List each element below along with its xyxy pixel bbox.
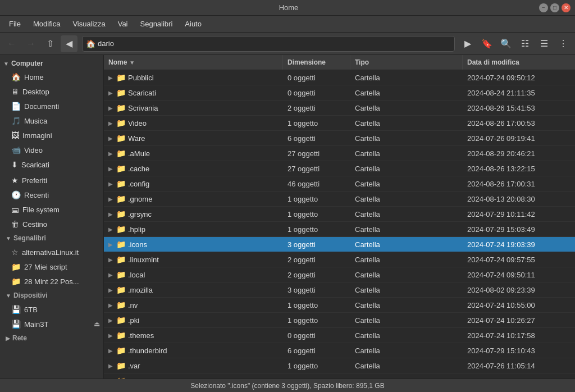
- file-modified: 2024-08-26 17:00:31: [463, 177, 575, 191]
- sidebar-section-segnalibri-header[interactable]: ▼ Segnalibri: [0, 231, 103, 245]
- table-row[interactable]: ▶ 📁 Ware 6 oggetti Cartella 2024-07-26 0…: [104, 131, 575, 146]
- file-size: 2 oggetti: [283, 253, 350, 267]
- table-row[interactable]: ▶ 📁 .gnome 1 oggetto Cartella 2024-08-13…: [104, 192, 575, 207]
- table-row[interactable]: ▶ 📁 .cache 27 oggetti Cartella 2024-08-2…: [104, 161, 575, 176]
- sidebar-item-label: Recenti: [24, 191, 49, 199]
- sidebar-item-documents[interactable]: 📄 Documenti: [0, 99, 103, 113]
- menu-modifica[interactable]: Modifica: [28, 17, 66, 30]
- file-size: 0 oggetti: [283, 71, 350, 85]
- table-row[interactable]: ▶ 📁 Scrivania 2 oggetti Cartella 2024-08…: [104, 101, 575, 116]
- file-name: .aMule: [128, 149, 150, 158]
- star-icon: ★: [11, 176, 19, 185]
- sidebar-item-main3t[interactable]: 💾 Main3T ⏏: [0, 317, 103, 331]
- expand-icon: ▶: [108, 75, 114, 81]
- table-row[interactable]: ▶ 📁 .hplip 1 oggetto Cartella 2024-07-29…: [104, 222, 575, 237]
- back-button[interactable]: ←: [3, 35, 20, 52]
- nav-left-button[interactable]: ◀: [61, 35, 77, 52]
- table-row[interactable]: ▶ 📁 Scaricati 0 oggetti Cartella 2024-08…: [104, 85, 575, 101]
- grid-view-button[interactable]: ☷: [517, 35, 533, 52]
- expand-icon: ▶: [108, 332, 114, 339]
- folder-icon: 📁: [116, 88, 126, 97]
- col-modified[interactable]: Data di modifica: [463, 55, 575, 70]
- clock-icon: 🕐: [11, 190, 21, 199]
- table-row[interactable]: ▶ 📁 Video 1 oggetto Cartella 2024-08-26 …: [104, 116, 575, 131]
- file-type: Cartella: [350, 177, 463, 191]
- file-modified: 2024-08-24 21:11:35: [463, 86, 575, 100]
- sidebar-item-images[interactable]: 🖼 Immagini: [0, 128, 103, 143]
- file-modified: 2024-07-24 09:57:55: [463, 253, 575, 267]
- menu-file[interactable]: File: [3, 17, 26, 30]
- table-row[interactable]: ▶ 📁 .config 46 oggetti Cartella 2024-08-…: [104, 176, 575, 192]
- file-size: 27 oggetti: [283, 162, 350, 176]
- folder-icon: 📁: [116, 149, 126, 158]
- more-options-button[interactable]: ⋮: [555, 35, 572, 52]
- main-area: ▼ Computer 🏠 Home 🖥 Desktop 📄 Documenti …: [0, 55, 575, 379]
- sidebar-item-music[interactable]: 🎵 Musica: [0, 113, 103, 128]
- sidebar-item-miei-script[interactable]: 📁 27 Miei script: [0, 259, 103, 274]
- menu-aiuto[interactable]: Aiuto: [179, 17, 207, 30]
- table-row[interactable]: ▶ 📁 .var 1 oggetto Cartella 2024-07-26 1…: [104, 358, 575, 373]
- forward-button[interactable]: →: [22, 35, 39, 52]
- sidebar-item-desktop[interactable]: 🖥 Desktop: [0, 84, 103, 99]
- sidebar-item-home[interactable]: 🏠 Home: [0, 70, 103, 84]
- trash-icon: 🗑: [11, 220, 19, 229]
- sidebar-item-alternativaLinux[interactable]: ☆ alternativaLinux.it: [0, 245, 103, 259]
- table-row[interactable]: ▶ 📁 Pubblici 0 oggetti Cartella 2024-07-…: [104, 70, 575, 85]
- expand-icon: ▶: [108, 317, 114, 323]
- sidebar-item-downloads[interactable]: ⬇ Scaricati: [0, 157, 103, 172]
- sidebar-item-recenti[interactable]: 🕐 Recenti: [0, 188, 103, 202]
- table-row[interactable]: ▶ 📁 .grsync 1 oggetto Cartella 2024-07-2…: [104, 207, 575, 222]
- expand-icon: ▶: [108, 272, 114, 278]
- expand-icon: ▶: [108, 90, 114, 96]
- maximize-button[interactable]: □: [550, 3, 559, 12]
- sidebar-item-cestino[interactable]: 🗑 Cestino: [0, 217, 103, 231]
- table-row[interactable]: ▶ 📁 .nv 1 oggetto Cartella 2024-07-24 10…: [104, 298, 575, 313]
- folder-icon: 📁: [116, 331, 126, 340]
- eject-icon[interactable]: ⏏: [94, 320, 100, 328]
- sidebar-item-video[interactable]: 📹 Video: [0, 143, 103, 157]
- folder-icon: 📁: [116, 164, 126, 173]
- table-row[interactable]: ▶ 📁 .vscode-oss 2 oggetti Cartella 2024-…: [104, 373, 575, 379]
- col-nome[interactable]: Nome ▼: [104, 55, 283, 70]
- file-name-cell: ▶ 📁 .thunderbird: [104, 343, 283, 358]
- breadcrumb[interactable]: 🏠 dario: [82, 36, 455, 52]
- file-name-cell: ▶ 📁 .nv: [104, 298, 283, 312]
- sidebar-item-label: Documenti: [24, 102, 59, 111]
- table-row[interactable]: ▶ 📁 .mozilla 3 oggetti Cartella 2024-08-…: [104, 282, 575, 298]
- file-name: .thunderbird: [128, 347, 167, 355]
- sidebar-item-mint22[interactable]: 📁 28 Mint 22 Pos...: [0, 274, 103, 289]
- bookmark-icon: ☆: [11, 248, 19, 257]
- table-row[interactable]: ▶ 📁 .aMule 27 oggetti Cartella 2024-08-2…: [104, 146, 575, 161]
- menu-segnalibri[interactable]: Segnalibri: [135, 17, 179, 30]
- col-dimensione[interactable]: Dimensione: [283, 55, 350, 70]
- sidebar-item-preferiti[interactable]: ★ Preferiti: [0, 173, 103, 188]
- search-button[interactable]: 🔍: [498, 35, 514, 52]
- table-row[interactable]: ▶ 📁 .icons 3 oggetti Cartella 2024-07-24…: [104, 237, 575, 252]
- sidebar-item-label: Cestino: [22, 220, 47, 229]
- bookmark-icon-button[interactable]: 🔖: [478, 35, 495, 52]
- sidebar-section-rete-header[interactable]: ▶ Rete: [0, 331, 103, 345]
- table-row[interactable]: ▶ 📁 .linuxmint 2 oggetti Cartella 2024-0…: [104, 252, 575, 267]
- expand-icon: ▶: [108, 166, 114, 172]
- nav-right-button[interactable]: ▶: [459, 35, 476, 52]
- list-view-button[interactable]: ☰: [536, 35, 553, 52]
- expand-icon: ▶: [108, 105, 114, 111]
- sidebar-section-dispositivi-header[interactable]: ▼ Dispositivi: [0, 289, 103, 302]
- menu-visualizza[interactable]: Visualizza: [67, 17, 111, 30]
- file-size: 2 oggetti: [283, 374, 350, 379]
- close-button[interactable]: ✕: [562, 3, 571, 12]
- table-row[interactable]: ▶ 📁 .themes 0 oggetti Cartella 2024-07-2…: [104, 328, 575, 343]
- sidebar-section-computer-header[interactable]: ▼ Computer: [0, 57, 103, 70]
- table-row[interactable]: ▶ 📁 .pki 1 oggetto Cartella 2024-07-24 1…: [104, 313, 575, 328]
- file-size: 1 oggetto: [283, 207, 350, 221]
- sidebar-item-6tb[interactable]: 💾 6TB: [0, 302, 103, 317]
- table-row[interactable]: ▶ 📁 .local 2 oggetti Cartella 2024-07-24…: [104, 267, 575, 282]
- menu-vai[interactable]: Vai: [112, 17, 134, 30]
- up-button[interactable]: ⇧: [42, 35, 58, 52]
- col-tipo-label: Tipo: [355, 58, 369, 66]
- sidebar-item-label: Scaricati: [21, 161, 49, 169]
- table-row[interactable]: ▶ 📁 .thunderbird 6 oggetti Cartella 2024…: [104, 343, 575, 358]
- minimize-button[interactable]: −: [539, 3, 548, 12]
- sidebar-item-filesystem[interactable]: 🖴 File system: [0, 202, 103, 217]
- col-tipo[interactable]: Tipo: [350, 55, 463, 70]
